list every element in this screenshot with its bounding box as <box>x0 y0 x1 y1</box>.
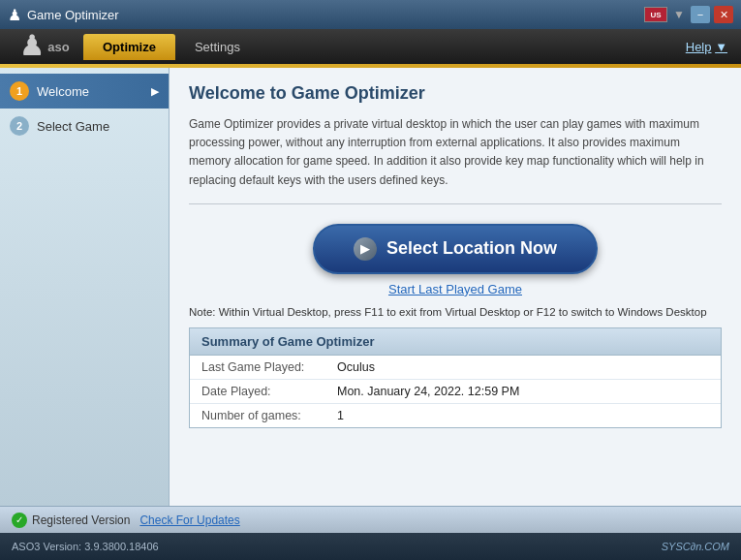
content-description: Game Optimizer provides a private virtua… <box>189 115 722 204</box>
start-last-played-link[interactable]: Start Last Played Game <box>388 282 522 296</box>
last-game-label: Last Game Played: <box>201 360 337 374</box>
num-games-label: Number of games: <box>201 409 337 422</box>
sidebar: 1 Welcome ▶ 2 Select Game <box>0 68 170 506</box>
check-updates-link[interactable]: Check For Updates <box>139 513 239 527</box>
sidebar-label-welcome: Welcome <box>37 84 89 99</box>
title-bar: ♟ Game Optimizer US ▼ − ✕ <box>0 0 741 29</box>
num-games-value: 1 <box>337 409 344 422</box>
date-played-value: Mon. January 24, 2022. 12:59 PM <box>337 385 519 398</box>
title-bar-left: ♟ Game Optimizer <box>8 6 119 24</box>
brand-text: SYSC∂n.COM <box>662 541 729 552</box>
date-played-label: Date Played: <box>201 385 337 398</box>
app-logo: ♟ aso <box>6 29 83 64</box>
sidebar-item-select-game[interactable]: 2 Select Game <box>0 109 169 143</box>
virtual-desktop-note: Note: Within Virtual Desktop, press F11 … <box>189 306 722 318</box>
sidebar-label-select-game: Select Game <box>37 119 109 134</box>
help-arrow-icon: ▼ <box>715 40 727 54</box>
registered-label: Registered Version <box>32 513 130 527</box>
summary-box: Summary of Game Optimizer Last Game Play… <box>189 327 722 428</box>
help-label: Help <box>686 40 712 54</box>
sidebar-num-1: 1 <box>10 81 29 101</box>
logo-text: aso <box>47 40 69 54</box>
summary-row-date: Date Played: Mon. January 24, 2022. 12:5… <box>190 380 721 404</box>
sidebar-arrow-welcome: ▶ <box>151 85 159 98</box>
select-location-section: ▶ Select Location Now Start Last Played … <box>189 224 722 296</box>
status-bar: ASO3 Version: 3.9.3800.18406 SYSC∂n.COM <box>0 533 741 560</box>
window-title: Game Optimizer <box>27 8 119 22</box>
bottom-bar: ✓ Registered Version Check For Updates <box>0 506 741 533</box>
summary-row-last-game: Last Game Played: Oculus <box>190 356 721 380</box>
summary-row-num-games: Number of games: 1 <box>190 404 721 427</box>
page-title: Welcome to Game Optimizer <box>189 83 722 104</box>
registered-badge: ✓ Registered Version <box>12 513 130 528</box>
content-area: Welcome to Game Optimizer Game Optimizer… <box>170 68 741 506</box>
summary-header: Summary of Game Optimizer <box>190 328 721 356</box>
sidebar-item-welcome[interactable]: 1 Welcome ▶ <box>0 74 169 109</box>
sidebar-num-2: 2 <box>10 116 29 136</box>
play-icon: ▶ <box>354 237 377 261</box>
version-text: ASO3 Version: 3.9.3800.18406 <box>12 541 159 552</box>
tab-optimize[interactable]: Optimize <box>83 34 175 60</box>
close-button[interactable]: ✕ <box>714 6 733 23</box>
select-location-label: Select Location Now <box>386 238 557 259</box>
tab-settings[interactable]: Settings <box>175 34 260 60</box>
green-check-icon: ✓ <box>12 513 27 528</box>
menu-bar: ♟ aso Optimize Settings Help ▼ <box>0 29 741 64</box>
title-bar-controls: US ▼ − ✕ <box>644 6 733 23</box>
minimize-button[interactable]: − <box>691 6 710 23</box>
language-flag-icon[interactable]: US <box>644 7 667 22</box>
select-location-button[interactable]: ▶ Select Location Now <box>313 224 598 274</box>
help-menu[interactable]: Help ▼ <box>686 40 735 54</box>
last-game-value: Oculus <box>337 360 375 374</box>
main-layout: 1 Welcome ▶ 2 Select Game Welcome to Gam… <box>0 68 741 506</box>
